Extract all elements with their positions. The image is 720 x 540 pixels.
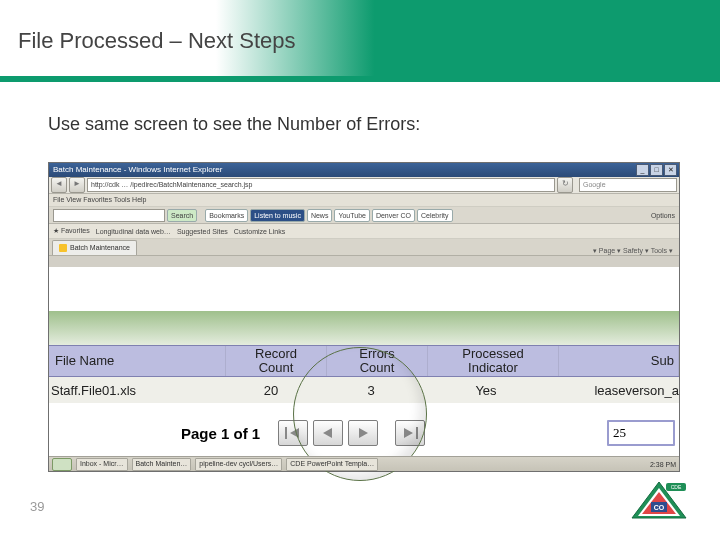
pager-next-button[interactable]: [348, 420, 378, 446]
address-bar: ◄ ► http://cdk … /ipedirec/BatchMaintena…: [49, 177, 679, 194]
slide-title: File Processed – Next Steps: [18, 28, 296, 54]
refresh-button[interactable]: ↻: [557, 177, 573, 193]
browser-search-field[interactable]: Google: [579, 178, 677, 192]
th-submitter[interactable]: Sub: [559, 346, 679, 376]
google-toolbar: Search Bookmarks Listen to music News Yo…: [49, 207, 679, 224]
tb-news[interactable]: News: [307, 209, 333, 222]
fav-link-3[interactable]: Customize Links: [234, 228, 285, 235]
tb-listen[interactable]: Listen to music: [250, 209, 305, 222]
tb-options[interactable]: Options: [651, 212, 675, 219]
table-header-row: File Name RecordCount ErrorsCount Proces…: [49, 345, 679, 377]
favorites-label[interactable]: ★ Favorites: [53, 227, 90, 235]
th-file-name[interactable]: File Name: [49, 346, 226, 376]
browser-window: Batch Maintenance - Windows Internet Exp…: [48, 162, 680, 472]
tab-bar: Batch Maintenance ▾ Page ▾ Safety ▾ Tool…: [49, 239, 679, 256]
page-size-select[interactable]: 25: [607, 420, 675, 446]
cde-logo: CO CDE: [630, 480, 688, 520]
th-processed-indicator[interactable]: ProcessedIndicator: [428, 346, 559, 376]
tb-bookmarks[interactable]: Bookmarks: [205, 209, 248, 222]
taskbar-item[interactable]: CDE PowerPoint Templa…: [286, 458, 378, 471]
tb-youtube[interactable]: YouTube: [334, 209, 370, 222]
pager-label: Page 1 of 1: [181, 425, 260, 442]
tab-utility-buttons[interactable]: ▾ Page ▾ Safety ▾ Tools ▾: [587, 247, 679, 255]
th-errors-count[interactable]: ErrorsCount: [327, 346, 428, 376]
menu-bar[interactable]: File View Favorites Tools Help: [49, 194, 679, 207]
th-record-count[interactable]: RecordCount: [226, 346, 327, 376]
window-title: Batch Maintenance - Windows Internet Exp…: [53, 165, 222, 174]
svg-text:CO: CO: [654, 504, 665, 511]
tb-weather[interactable]: Denver CO: [372, 209, 415, 222]
slide-subtitle: Use same screen to see the Number of Err…: [48, 114, 420, 135]
cell-errors-count: 3: [321, 383, 421, 398]
tb-search-button[interactable]: Search: [167, 209, 197, 222]
taskbar-clock: 2:38 PM: [650, 461, 676, 468]
tab-batch-maintenance[interactable]: Batch Maintenance: [52, 240, 137, 255]
tab-favicon-icon: [59, 244, 67, 252]
tb-celebrity[interactable]: Celebrity: [417, 209, 453, 222]
favorites-bar: ★ Favorites Longitudinal data web… Sugge…: [49, 224, 679, 239]
minimize-button[interactable]: _: [636, 164, 649, 176]
maximize-button[interactable]: □: [650, 164, 663, 176]
windows-taskbar: Inbox - Micr… Batch Mainten… pipeline-de…: [49, 456, 679, 471]
taskbar-item[interactable]: Batch Mainten…: [132, 458, 192, 471]
nav-forward-button[interactable]: ►: [69, 177, 85, 193]
cell-file-name: Staff.File01.xls: [49, 383, 221, 398]
cell-submitter: leaseverson_a: [551, 383, 679, 398]
tab-label: Batch Maintenance: [70, 241, 130, 255]
taskbar-item[interactable]: Inbox - Micr…: [76, 458, 128, 471]
start-button[interactable]: [52, 458, 72, 471]
pager-first-button[interactable]: [278, 420, 308, 446]
window-titlebar: Batch Maintenance - Windows Internet Exp…: [49, 163, 679, 177]
page-content: File Name RecordCount ErrorsCount Proces…: [49, 267, 679, 457]
nav-back-button[interactable]: ◄: [51, 177, 67, 193]
pager-prev-button[interactable]: [313, 420, 343, 446]
close-button[interactable]: ✕: [664, 164, 677, 176]
cell-processed: Yes: [421, 383, 551, 398]
fav-link-1[interactable]: Longitudinal data web…: [96, 228, 171, 235]
fav-link-2[interactable]: Suggested Sites: [177, 228, 228, 235]
cell-record-count: 20: [221, 383, 321, 398]
taskbar-item[interactable]: pipeline-dev cycl/Users…: [195, 458, 282, 471]
svg-text:CDE: CDE: [671, 484, 682, 490]
slide-page-number: 39: [30, 499, 44, 514]
table-row[interactable]: Staff.File01.xls 20 3 Yes leaseverson_a: [49, 377, 679, 403]
url-field[interactable]: http://cdk … /ipedirec/BatchMaintenance_…: [87, 178, 555, 192]
pager-last-button[interactable]: [395, 420, 425, 446]
pager: Page 1 of 1 25: [49, 415, 679, 451]
